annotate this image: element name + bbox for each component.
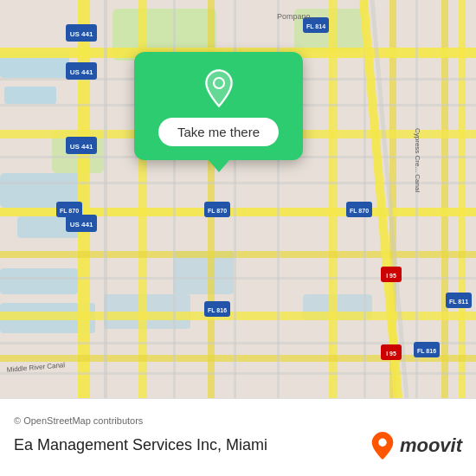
svg-text:FL 814: FL 814	[306, 23, 325, 29]
svg-text:I 95: I 95	[386, 351, 396, 357]
svg-rect-32	[415, 0, 418, 398]
moovit-brand-text: moovit	[400, 434, 462, 457]
popup-card: Take me there	[134, 52, 303, 160]
svg-text:FL 816: FL 816	[208, 307, 227, 313]
svg-rect-36	[0, 182, 476, 184]
svg-text:FL 870: FL 870	[208, 208, 227, 214]
moovit-logo: moovit	[370, 431, 462, 460]
svg-text:US 441: US 441	[70, 221, 93, 228]
bottom-content: Ea Management Services Inc, Miami moovit	[14, 431, 462, 460]
svg-text:US 441: US 441	[70, 68, 93, 76]
svg-text:FL 811: FL 811	[449, 299, 468, 305]
svg-rect-24	[0, 251, 476, 258]
svg-rect-38	[0, 342, 476, 344]
map-attribution: © OpenStreetMap contributors	[14, 415, 462, 426]
svg-text:FL 870: FL 870	[60, 208, 79, 214]
svg-rect-5	[0, 268, 78, 294]
svg-rect-2	[4, 87, 56, 104]
moovit-pin-icon	[370, 431, 395, 460]
place-name: Ea Management Services Inc, Miami	[14, 436, 267, 454]
svg-rect-25	[0, 312, 476, 320]
svg-text:Pompano...: Pompano...	[277, 12, 317, 21]
svg-rect-19	[441, 0, 448, 398]
svg-text:FL 870: FL 870	[350, 208, 369, 214]
bottom-bar: © OpenStreetMap contributors Ea Manageme…	[0, 398, 476, 476]
svg-text:Cypress Cre... Canal: Cypress Cre... Canal	[414, 128, 421, 192]
svg-rect-27	[104, 0, 107, 398]
svg-text:I 95: I 95	[386, 273, 396, 279]
map-container: US 441 US 441 US 441 US 441 FL 814 FL 87…	[0, 0, 476, 398]
svg-text:FL 816: FL 816	[417, 348, 436, 354]
svg-rect-37	[0, 277, 476, 280]
svg-text:US 441: US 441	[70, 143, 93, 151]
svg-rect-14	[78, 0, 90, 398]
svg-rect-17	[329, 0, 338, 398]
location-pin-icon	[198, 68, 240, 109]
svg-point-72	[378, 438, 386, 446]
svg-text:US 441: US 441	[70, 30, 93, 38]
take-me-there-button[interactable]: Take me there	[158, 118, 279, 146]
svg-rect-20	[459, 0, 466, 398]
